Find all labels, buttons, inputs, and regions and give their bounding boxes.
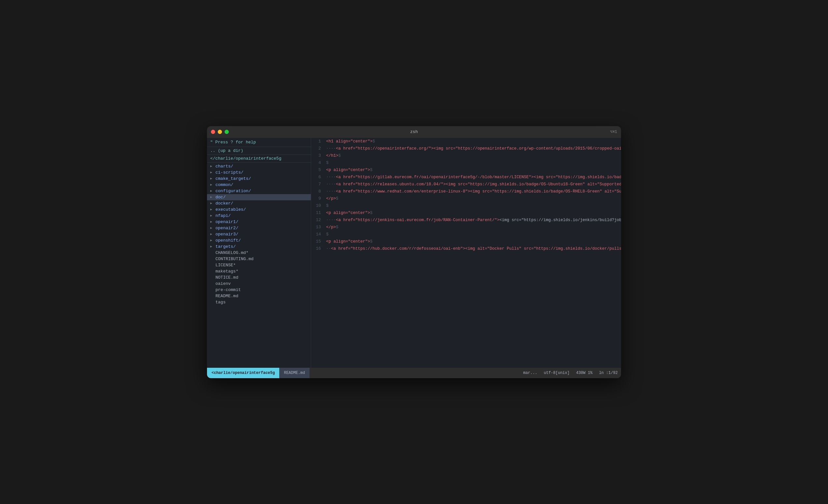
tree-item-label: openair2/	[215, 226, 238, 231]
editor-line: 6····<a href="https://gitlab.eurecom.fr/…	[311, 174, 621, 181]
file-tree-parent-dir[interactable]: .. (up a dir)	[207, 147, 311, 155]
tree-item-readme[interactable]: README.md	[207, 293, 311, 299]
tree-item-nfapi[interactable]: ▶nfapi/	[207, 213, 311, 219]
folder-arrow-icon: ▶	[210, 208, 214, 211]
tree-item-label: CONTRIBUTING.md	[215, 257, 254, 262]
tree-item-oaienv[interactable]: oaienv	[207, 281, 311, 287]
line-number: 12	[311, 217, 325, 224]
line-content: <h1 align="center">$	[325, 138, 621, 145]
tree-item-openshift[interactable]: ▶openshift/	[207, 237, 311, 243]
tree-item-executables[interactable]: ▶executables/	[207, 207, 311, 213]
tree-item-pre-commit[interactable]: pre-commit	[207, 287, 311, 293]
tree-item-contributing[interactable]: CONTRIBUTING.md	[207, 256, 311, 262]
line-content: ····<a href="https://jenkins-oai.eurecom…	[325, 217, 621, 224]
line-number: 2	[311, 145, 325, 152]
titlebar: zsh ⌥⌘1	[207, 126, 621, 138]
editor-line: 10$	[311, 202, 621, 210]
tree-item-label: NOTICE.md	[215, 275, 238, 280]
line-number: 11	[311, 210, 325, 217]
line-number: 4	[311, 159, 325, 167]
editor-line: 9</p>$	[311, 195, 621, 202]
tree-item-tags[interactable]: tags	[207, 299, 311, 305]
tree-item-label: openair3/	[215, 232, 238, 237]
tree-item-label: nfapi/	[215, 213, 231, 218]
line-number: 5	[311, 167, 325, 174]
folder-arrow-icon: ▶	[210, 238, 214, 242]
editor-line: 16··<a href="https://hub.docker.com/r/rd…	[311, 245, 621, 252]
editor-line: 1<h1 align="center">$	[311, 138, 621, 145]
line-content: <p align="center">$	[325, 167, 621, 174]
tree-item-maketags[interactable]: maketags*	[207, 268, 311, 274]
tree-item-label: cmake_targets/	[215, 176, 251, 181]
folder-arrow-icon: ▶	[210, 226, 214, 230]
status-format: utf-8[unix]	[541, 368, 573, 378]
tree-item-charts[interactable]: ▶charts/	[207, 163, 311, 170]
tree-item-license[interactable]: LICENSE*	[207, 262, 311, 268]
editor-panel: 1<h1 align="center">$2····<a href="https…	[311, 138, 621, 368]
line-content: <p align="center">$	[325, 210, 621, 217]
maximize-button[interactable]	[224, 130, 229, 134]
editor-line: 11<p align="center">$	[311, 210, 621, 217]
tree-item-label: openair1/	[215, 220, 238, 224]
tree-item-configuration[interactable]: ▶configuration/	[207, 188, 311, 194]
tree-item-label: oaienv	[215, 281, 231, 286]
line-content: ····<a href="https://gitlab.eurecom.fr/o…	[325, 174, 621, 181]
tree-item-targets[interactable]: ▶targets/	[207, 243, 311, 250]
line-number: 3	[311, 152, 325, 159]
tree-item-label: docker/	[215, 201, 233, 206]
folder-arrow-icon: ▶	[210, 244, 214, 248]
file-tree-items: ▶charts/▶ci-scripts/▶cmake_targets/▶comm…	[207, 163, 311, 368]
file-tree-panel: " Press ? for help .. (up a dir) </charl…	[207, 138, 311, 368]
editor-line: 8····<a href="https://www.redhat.com/en/…	[311, 188, 621, 195]
line-number: 7	[311, 181, 325, 188]
tree-item-openair1[interactable]: ▶openair1/	[207, 219, 311, 225]
tree-item-label: pre-commit	[215, 287, 241, 292]
tree-item-label: configuration/	[215, 189, 251, 193]
tree-item-label: targets/	[215, 244, 236, 249]
folder-arrow-icon: ▶	[210, 220, 214, 224]
folder-arrow-icon: ▶	[210, 201, 214, 205]
tree-item-openair3[interactable]: ▶openair3/	[207, 231, 311, 237]
tree-item-label: charts/	[215, 164, 233, 169]
tree-item-common[interactable]: ▶common/	[207, 182, 311, 188]
tree-item-doc[interactable]: ▶doc/	[207, 194, 311, 200]
editor-line: 5<p align="center">$	[311, 167, 621, 174]
line-content: ····<a href="https://www.redhat.com/en/e…	[325, 188, 621, 195]
tree-item-label: doc/	[215, 195, 225, 200]
status-path: <charlie/openairinterface5g	[207, 368, 279, 378]
line-number: 1	[311, 138, 325, 145]
terminal-window: zsh ⌥⌘1 " Press ? for help .. (up a dir)…	[207, 126, 621, 378]
status-position: ln :1/92	[595, 368, 621, 378]
window-title: zsh	[410, 129, 418, 134]
status-encoding: mar...	[520, 368, 541, 378]
tree-item-label: maketags*	[215, 269, 238, 274]
file-tree-current-dir: </charlie/openairinterface5g	[207, 155, 311, 163]
tree-item-label: CHANGELOG.md*	[215, 250, 248, 255]
editor-line: 4$	[311, 159, 621, 167]
tree-item-docker[interactable]: ▶docker/	[207, 200, 311, 207]
line-number: 8	[311, 188, 325, 195]
line-number: 10	[311, 202, 325, 210]
folder-arrow-icon: ▶	[210, 164, 214, 168]
folder-arrow-icon: ▶	[210, 195, 214, 199]
tree-item-cmake_targets[interactable]: ▶cmake_targets/	[207, 176, 311, 182]
line-content: $	[325, 159, 621, 167]
tree-item-label: tags	[215, 300, 225, 305]
editor-content[interactable]: 1<h1 align="center">$2····<a href="https…	[311, 138, 621, 368]
status-right: mar... utf-8[unix] 430W 1% ln :1/92	[520, 368, 621, 378]
window-shortcut: ⌥⌘1	[610, 129, 617, 134]
tree-item-ci-scripts[interactable]: ▶ci-scripts/	[207, 170, 311, 176]
folder-arrow-icon: ▶	[210, 232, 214, 236]
tree-item-notice[interactable]: NOTICE.md	[207, 274, 311, 281]
close-button[interactable]	[211, 130, 215, 134]
line-content: ··<a href="https://hub.docker.com/r/rdef…	[325, 245, 621, 252]
line-content: $	[325, 231, 621, 238]
status-filename: README.md	[279, 368, 309, 378]
tree-item-changelog[interactable]: CHANGELOG.md*	[207, 250, 311, 256]
line-content: ····<a href="https://releases.ubuntu.com…	[325, 181, 621, 188]
editor-line: 2····<a href="https://openairinterface.o…	[311, 145, 621, 152]
minimize-button[interactable]	[218, 130, 222, 134]
line-number: 13	[311, 224, 325, 231]
folder-arrow-icon: ▶	[210, 183, 214, 187]
tree-item-openair2[interactable]: ▶openair2/	[207, 225, 311, 231]
